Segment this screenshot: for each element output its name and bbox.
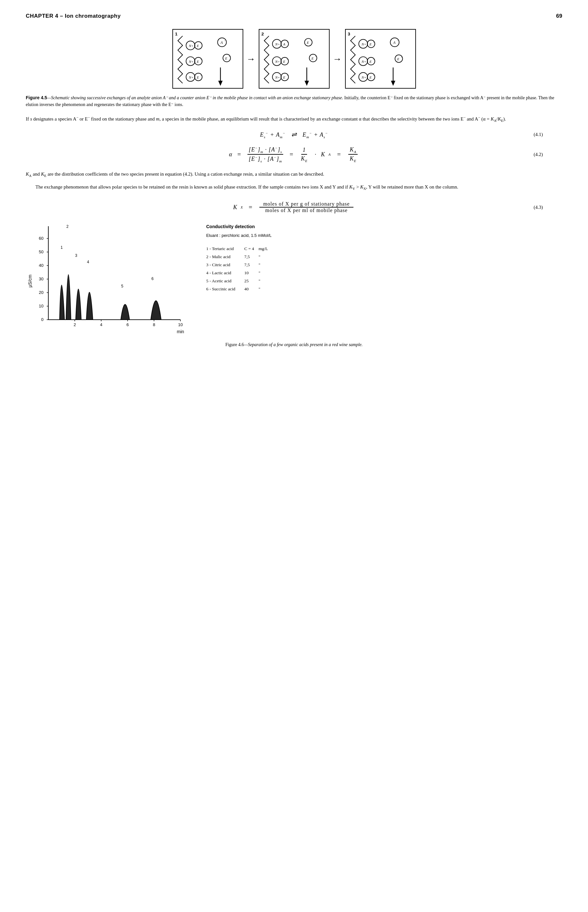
eq42-number: (4.2) [533,152,543,157]
svg-text:µS/cm: µS/cm [27,275,32,288]
equation43: KX = moles of X per g of stationary phas… [26,201,562,213]
detection-subtitle: Eluant : perchloric acid, 1.5 mMol/L [206,232,562,239]
paragraph2: KA and KE are the distribution coefficie… [26,170,562,178]
fig46-label: Figure 4.6 [225,342,244,347]
legend-num: 2 - Malic acid [206,253,238,261]
svg-marker-71 [391,81,395,86]
svg-text:N+: N+ [361,60,366,63]
svg-text:-: - [373,40,374,44]
svg-text:2: 2 [261,32,264,36]
svg-marker-23 [218,81,223,86]
svg-text:10: 10 [39,304,44,309]
legend-item: 4 - Lactic acid 10 " [206,269,271,277]
legend-item: 2 - Malic acid 7,5 " [206,253,271,261]
eq42-content: α = [E−]m · [A−]s [E−]s · [A−]m = 1 KE ·… [229,146,359,163]
svg-text:E: E [369,60,372,63]
legend-table: 1 - Tertaric acid C = 4 mg/L 2 - Malic a… [206,245,271,293]
legend-unit: " [257,269,270,277]
svg-text:-: - [200,42,201,45]
svg-text:-: - [373,74,374,77]
svg-text:2: 2 [73,322,76,327]
schematic-box-1: 1 N+ E - N+ E - N+ E - A - E - [172,29,243,89]
chart-area: 0 10 20 30 40 50 60 µS/cm 2 [26,223,193,339]
svg-text:N+: N+ [189,75,193,79]
svg-text:50: 50 [39,249,44,254]
chart-legend: Conductivity detection Eluant : perchlor… [206,223,562,293]
arrow-1-2: → [247,55,255,63]
svg-text:-: - [200,58,201,61]
equation42: α = [E−]m · [A−]s [E−]s · [A−]m = 1 KE ·… [26,146,562,163]
legend-item: 3 - Citric acid 7,5 " [206,261,271,269]
svg-text:1: 1 [61,245,63,250]
legend-unit: " [257,277,270,285]
detection-title: Conductivity detection [206,223,562,231]
svg-text:6: 6 [152,277,154,281]
legend-conc: C = 4 [238,245,257,253]
svg-text:40: 40 [39,263,44,268]
svg-text:8: 8 [153,322,155,327]
fig45-italic: —Schematic showing successive exchanges … [47,95,343,100]
svg-text:-: - [287,58,288,61]
svg-text:1: 1 [175,32,178,36]
svg-text:N+: N+ [361,75,366,79]
svg-text:4: 4 [100,322,102,327]
legend-num: 1 - Tertaric acid [206,245,238,253]
legend-num: 4 - Lactic acid [206,269,238,277]
svg-text:A: A [393,40,396,45]
schematic-box-3: 3 N+ E - N+ E - N+ E - A - E - [345,29,416,89]
eq43-content: KX = moles of X per g of stationary phas… [233,201,355,213]
svg-marker-47 [304,81,309,86]
svg-text:4: 4 [87,260,89,264]
page-header: CHAPTER 4 – Ion chromatography 69 [26,13,562,19]
figure45-caption: Figure 4.5—Schematic showing successive … [26,94,562,108]
svg-text:E: E [196,60,199,63]
legend-unit: " [257,253,270,261]
svg-text:5: 5 [121,284,123,288]
legend-item: 5 - Acetic acid 25 " [206,277,271,285]
svg-text:30: 30 [39,277,44,281]
svg-text:3: 3 [347,32,350,36]
legend-item: 6 - Succinic acid 40 " [206,285,271,293]
svg-text:E: E [369,42,372,46]
svg-text:N+: N+ [275,60,279,63]
legend-unit: mg/L [257,245,270,253]
svg-text:E: E [311,57,313,60]
legend-conc: 7,5 [238,261,257,269]
legend-num: 6 - Succinic acid [206,285,238,293]
svg-text:-: - [287,40,288,44]
arrow-2-3: → [333,55,342,63]
svg-text:2: 2 [66,224,69,229]
paragraph1: If s designates a species A− or E− fixed… [26,115,562,123]
svg-text:3: 3 [75,253,78,258]
page-number: 69 [556,13,562,19]
svg-text:-: - [397,39,397,42]
svg-text:N+: N+ [275,75,279,79]
svg-text:0: 0 [41,317,44,322]
svg-text:min: min [177,329,184,334]
chart-svg: 0 10 20 30 40 50 60 µS/cm 2 [26,223,193,339]
legend-item: 1 - Tertaric acid C = 4 mg/L [206,245,271,253]
svg-text:-: - [229,55,230,58]
svg-text:N+: N+ [361,42,366,46]
legend-conc: 7,5 [238,253,257,261]
svg-text:-: - [310,39,311,42]
svg-text:-: - [401,55,402,59]
svg-text:A: A [220,40,223,45]
svg-text:N+: N+ [275,42,279,46]
figure46-caption: Figure 4.6—Separation of a few organic a… [26,342,562,348]
svg-text:10: 10 [178,322,183,327]
svg-text:N+: N+ [189,60,193,63]
legend-conc: 40 [238,285,257,293]
svg-text:-: - [200,74,201,77]
eq43-numerator: moles of X per g of stationary phase [259,201,354,207]
schematic-box-2: 2 N+ A - N+ E - N+ E - E - E - [259,29,330,89]
legend-conc: 10 [238,269,257,277]
svg-text:-: - [287,74,288,77]
legend-conc: 25 [238,277,257,285]
svg-text:E: E [196,44,199,48]
svg-text:60: 60 [39,236,44,241]
svg-text:E: E [283,60,285,63]
svg-text:E: E [369,75,372,79]
svg-text:E: E [225,57,227,60]
svg-text:-: - [373,58,374,61]
